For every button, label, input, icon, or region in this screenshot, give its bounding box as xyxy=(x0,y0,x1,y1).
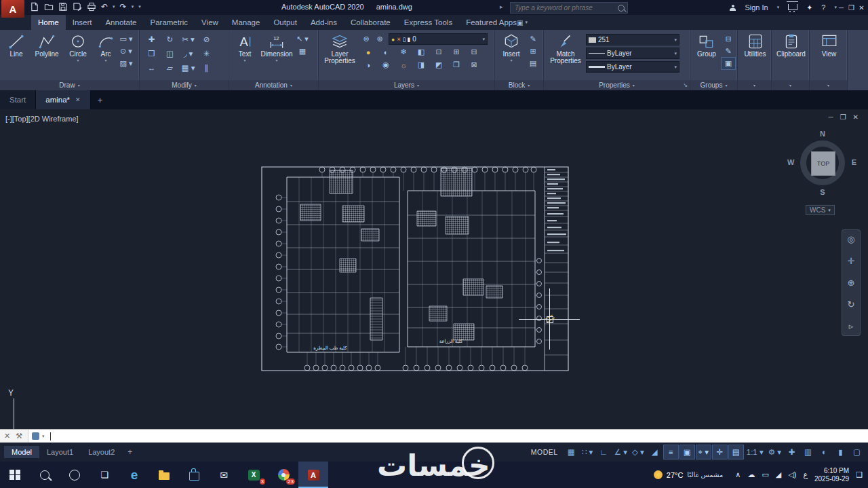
linetype-dropdown[interactable]: ByLayer ▾ xyxy=(586,48,679,59)
taskbar-store-button[interactable] xyxy=(179,462,209,488)
text-dropdown-icon[interactable]: ▾ xyxy=(243,58,245,62)
command-customize-icon[interactable]: ⚒ xyxy=(16,432,22,440)
new-drawing-tab-button[interactable]: + xyxy=(91,90,110,109)
object-color-dropdown[interactable]: 251 ▾ xyxy=(586,34,679,45)
layer-state-icon[interactable]: ⊜ xyxy=(359,33,373,45)
layer-delete-icon[interactable]: ⊠ xyxy=(465,59,483,71)
workspace-icon[interactable]: ⚙ ▾ xyxy=(767,445,783,459)
block-create-icon[interactable]: ⊞ xyxy=(526,45,540,57)
file-tab-start[interactable]: Start xyxy=(0,90,36,109)
block-panel-label[interactable]: Block▾ xyxy=(495,80,543,90)
groups-panel-label[interactable]: Groups▾ xyxy=(690,80,737,90)
command-close-icon[interactable]: ✕ xyxy=(4,432,10,440)
doc-minimize-button[interactable]: ─ xyxy=(829,113,833,121)
close-button[interactable]: ✕ xyxy=(856,0,867,15)
viewcube[interactable]: N W E S TOP xyxy=(790,130,855,200)
isolate-objects-icon[interactable]: ◐ xyxy=(817,445,831,459)
save-as-button[interactable] xyxy=(73,2,82,12)
new-file-button[interactable] xyxy=(30,2,39,12)
open-file-button[interactable] xyxy=(44,2,54,12)
zoom-icon[interactable]: ⊕ xyxy=(848,278,855,288)
annotation-monitor-icon[interactable]: ✚ xyxy=(785,445,799,459)
taskbar-clock[interactable]: 6:10 PM 2025-09-29 xyxy=(814,467,849,483)
modify-panel-label[interactable]: Modify▾ xyxy=(140,80,229,90)
doc-close-button[interactable]: ✕ xyxy=(853,113,859,121)
undo-dropdown-icon[interactable]: ▾ xyxy=(113,4,115,10)
line-button[interactable]: Line xyxy=(3,32,30,80)
viewport-controls[interactable]: [-][Top][2D Wireframe] xyxy=(5,115,79,123)
task-view-button[interactable]: ❏ xyxy=(90,462,119,488)
polyline-button[interactable]: Polyline xyxy=(31,32,62,80)
annotation-scale-button[interactable]: 1:1 ▾ xyxy=(745,445,765,459)
command-dropdown-icon[interactable]: ▾ xyxy=(42,434,45,439)
utilities-button[interactable]: Utilities xyxy=(741,32,770,80)
annotation-visibility-icon[interactable]: ▤ xyxy=(729,445,743,459)
layer-off-icon[interactable]: ● xyxy=(359,46,377,58)
otrack-icon[interactable]: ◢ xyxy=(648,445,662,459)
arc-dropdown-icon[interactable]: ▾ xyxy=(104,58,106,62)
clean-screen-icon[interactable]: ▢ xyxy=(850,445,864,459)
file-tab-amina[interactable]: amina* ✕ xyxy=(36,90,90,109)
ribbon-tab[interactable]: Home xyxy=(31,15,66,30)
ungroup-icon[interactable]: ⊟ xyxy=(722,33,735,45)
multileader-icon[interactable]: ↖ ▾ xyxy=(296,33,309,45)
ribbon-tab[interactable]: Output xyxy=(267,15,304,30)
text-button[interactable]: A Text ▾ xyxy=(232,32,258,80)
display-tray-icon[interactable]: ▭ xyxy=(762,470,768,479)
start-button[interactable] xyxy=(0,462,30,488)
help-search-box[interactable] xyxy=(510,2,628,14)
block-edit-icon[interactable]: ✎ xyxy=(526,33,540,45)
ribbon-display-options[interactable]: ▣ ▾ xyxy=(517,15,528,30)
taskbar-search-button[interactable] xyxy=(30,462,60,488)
layer-copy-objects-icon[interactable]: ❐ xyxy=(448,59,465,71)
ortho-icon[interactable]: ∟ xyxy=(597,445,611,459)
layer-lock-icon[interactable]: ◧ xyxy=(412,46,430,58)
layer-unlock2-icon[interactable]: ◨ xyxy=(412,59,430,71)
ribbon-tab[interactable]: Add-ins xyxy=(304,15,344,30)
sign-in-button[interactable]: Sign In xyxy=(745,3,768,12)
lineweight-dropdown[interactable]: ByLayer ▾ xyxy=(586,61,679,73)
autocad-app-menu-button[interactable]: A xyxy=(1,0,24,18)
lineweight-icon[interactable]: ≡ xyxy=(664,445,678,459)
sign-in-dropdown-icon[interactable]: ▾ xyxy=(777,5,780,10)
layer-freeze-icon[interactable]: ❄ xyxy=(395,46,412,58)
group-edit-icon[interactable]: ✎ xyxy=(722,45,735,57)
ribbon-tab[interactable]: Featured Apps xyxy=(459,15,524,30)
mirror-icon[interactable]: ◫ xyxy=(161,48,179,59)
volume-tray-icon[interactable]: ◁) xyxy=(788,470,796,479)
command-recent-icon[interactable] xyxy=(32,432,39,440)
view-interface-button[interactable]: View xyxy=(812,32,846,80)
rectangle-icon[interactable]: ▭ ▾ xyxy=(119,33,133,45)
ribbon-tab[interactable]: Collaborate xyxy=(344,15,397,30)
trim-icon[interactable]: ✂ ▾ xyxy=(179,33,197,45)
layer-make-current-icon[interactable]: ⊡ xyxy=(430,46,448,58)
app-store-cart-icon[interactable] xyxy=(788,4,797,10)
close-file-tab-icon[interactable]: ✕ xyxy=(75,96,81,103)
layer-walk-icon[interactable]: ⊞ xyxy=(448,46,465,58)
ribbon-tab[interactable]: View xyxy=(195,15,225,30)
hidden-icons-chevron-icon[interactable]: ∧ xyxy=(735,470,741,479)
erase-icon[interactable]: ⊘ xyxy=(197,33,216,45)
rotate-icon[interactable]: ↻ xyxy=(161,33,179,45)
taskbar-autocad-button[interactable]: A xyxy=(298,462,328,488)
layer-previous-icon[interactable]: ◩ xyxy=(430,59,448,71)
viewcube-south-label[interactable]: S xyxy=(790,188,855,196)
block-attributes-icon[interactable]: ▤ xyxy=(526,58,540,69)
undo-button[interactable]: ↶ xyxy=(101,2,108,12)
snap-mode-icon[interactable]: ∷ ▾ xyxy=(580,445,595,459)
copy-icon[interactable]: ❐ xyxy=(142,48,161,59)
taskbar-weather[interactable]: 27°C مشمس غالبًا xyxy=(654,470,724,479)
ellipse-icon[interactable]: ⊙ ▾ xyxy=(119,45,133,57)
viewcube-top-face[interactable]: TOP xyxy=(811,151,835,176)
command-line[interactable]: ✕ ⚒ ▾ xyxy=(0,429,868,443)
viewcube-west-label[interactable]: W xyxy=(787,158,794,166)
ribbon-tab[interactable]: Parametric xyxy=(144,15,195,30)
dimension-dropdown-icon[interactable]: ▾ xyxy=(275,58,277,62)
layout-tab[interactable]: Layout1 xyxy=(39,446,81,458)
layer-dropdown-caret-icon[interactable]: ▾ xyxy=(482,37,485,42)
input-language-indicator[interactable]: ع xyxy=(803,470,808,479)
utilities-panel-label[interactable]: ▾ xyxy=(738,80,771,90)
graphics-performance-icon[interactable]: ▮ xyxy=(833,445,848,459)
hatch-icon[interactable]: ▨ ▾ xyxy=(119,58,133,69)
group-button[interactable]: Group xyxy=(693,32,720,80)
